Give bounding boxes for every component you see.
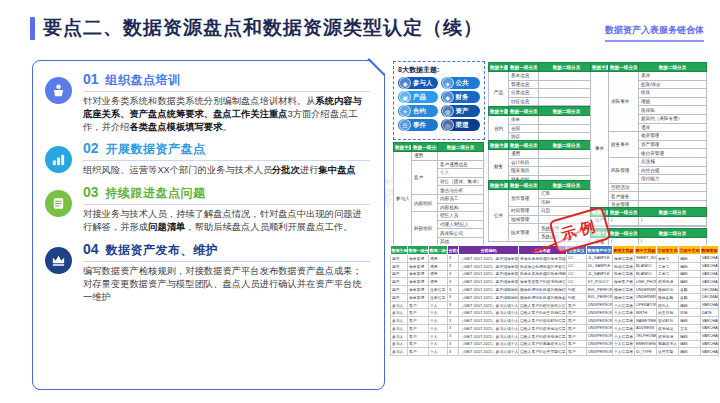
data-themes-box: 8大数据主题: ◉参与人◈公共▣产品◆财务✦合约◍资产☰事件◎渠道 (393, 61, 485, 140)
classification-table-asset: 数据主题域数据一级分类数据二级分类资产// (590, 207, 706, 226)
key-point-heading: 04数据资产发布、维护 (83, 241, 370, 262)
mini-table-header-cell: 数据二级分类 (438, 143, 484, 152)
mini-table-header-cell: 数据主题域 (489, 63, 509, 72)
classification-table-participant: 数据主题域数据一级分类数据二级分类参与人通用客户客户通用信息个人对公（团体、集体… (393, 142, 483, 247)
table-row: 参与人客户个人3（GB/T 0107-2021）参与人域个人客户基本信息（姓名、… (391, 340, 719, 348)
key-point-item-01: 01组织盘点培训针对业务类系统和数据类系统分别编制盘点培训材料。从系统内容与底座… (45, 71, 370, 133)
classification-table-contract: 数据主题域数据一级分类数据二级分类合约保单合同协议 (488, 106, 594, 142)
table-row: 参与人客户个人3（GB/T 0107-2021）参与人域个人客户基本信息（姓名、… (391, 332, 719, 340)
catalog-header-cell: 数据二级分类 (429, 246, 448, 255)
chart-icon (45, 140, 83, 177)
mini-table-header-cell: 数据二级分类 (539, 181, 595, 190)
catalog-header-cell: 数据一级分类 (408, 246, 429, 255)
table-row: 营销活动 (591, 183, 707, 192)
table-row: 事件保单管理通用3（GB/T 0107-2021）事件域保单管理类，覆盖承保、批… (391, 270, 719, 278)
theme-icon: ▣ (399, 91, 411, 103)
key-point-heading: 03持续跟进盘点问题 (83, 184, 370, 205)
mini-table-header-cell: 数据主题域 (489, 141, 509, 150)
theme-pill-事件: ☰事件 (398, 119, 438, 131)
mini-table-header-cell: 数据一级分类 (609, 63, 639, 72)
page-title: 要点二、数据资源盘点和数据资源类型认定（续） (43, 15, 483, 41)
themes-grid: ◉参与人◈公共▣产品◆财务✦合约◍资产☰事件◎渠道 (398, 77, 480, 131)
mini-table-header-cell: 数据二级分类 (539, 63, 595, 72)
catalog-header-cell: 数据类型 (701, 246, 719, 255)
key-point-item-02: 02开展数据资产盘点组织风险、运营等XX个部门的业务与技术人员分批次进行集中盘点 (45, 140, 370, 177)
table-row: 财务事件收费管理 (591, 132, 707, 141)
brand-label: 数据资产入表服务链合体 (605, 24, 704, 42)
key-point-heading: 01组织盘点培训 (83, 71, 370, 92)
table-row: 参与人客户个人3（GB/T 0107-2021）参与人域个人客户基本信息（姓名、… (391, 309, 719, 317)
mini-table-header-cell: 数据一级分类 (509, 107, 539, 116)
mini-table-header-cell: 数据二级分类 (639, 208, 707, 217)
theme-icon: ◉ (399, 77, 411, 89)
mini-table-header-cell: 数据主题域 (591, 63, 609, 72)
theme-pill-参与人: ◉参与人 (398, 77, 438, 89)
catalog-header-cell: 表英文简称 (613, 246, 635, 255)
mini-table-header-cell: 数据二级分类 (539, 107, 595, 116)
theme-pill-公共: ◈公共 (441, 77, 481, 89)
theme-pill-产品: ▣产品 (398, 91, 438, 103)
key-point-body: 针对业务类系统和数据类系统分别编制盘点培训材料。从系统内容与底座关系、资产盘点统… (83, 95, 370, 133)
podium-icon (45, 71, 83, 133)
table-row: 合约保单 (489, 116, 595, 125)
mini-table-header-cell: 数据一级分类 (509, 63, 539, 72)
mini-table-header-cell: 数据一级分类 (509, 141, 539, 150)
key-point-body: 对接业务与技术人员，持续了解盘点情况，针对盘点中出现的问题进行解答，并形成问题清… (83, 208, 370, 234)
key-point-item-03: 03持续跟进盘点问题对接业务与技术人员，持续了解盘点情况，针对盘点中出现的问题进… (45, 184, 370, 234)
table-row: 参与人通用 (394, 152, 484, 161)
table-row: 参与人客户个人3（GB/T 0107-2021）参与人域个人客户基本信息（姓名、… (391, 325, 719, 333)
table-row: 事件保单管理通用3（GB/T 0107-2021）事件域保单管理类，覆盖承保、批… (391, 278, 719, 286)
catalog-header-cell: 分类层级 (448, 246, 459, 255)
theme-icon: ◈ (442, 77, 454, 89)
page-header: 要点二、数据资源盘点和数据资源类型认定（续） (30, 15, 483, 41)
theme-icon: ☰ (399, 119, 411, 131)
key-point-heading: 02开展数据资产盘点 (83, 140, 370, 161)
key-point-body: 组织风险、运营等XX个部门的业务与技术人员分批次进行集中盘点 (83, 164, 370, 177)
table-row: 参与人客户个人3（GB/T 0107-2021）参与人域个人客户基本信息（姓名、… (391, 317, 719, 325)
table-row: 公共货币管理汇率 (489, 190, 595, 199)
mini-table-header-cell: 数据主题域 (489, 181, 509, 190)
table-row: 事件保单管理通用3（GB/T 0107-2021）事件域保单管理类，覆盖承保、批… (391, 255, 719, 263)
mini-table-header-cell: 数据二级分类 (639, 229, 707, 238)
classification-table-event: 数据主题域数据一级分类数据二级分类事件保险事件承保批改/保全续保理赔再保险新契约… (590, 62, 706, 227)
theme-icon: ◎ (442, 119, 454, 131)
catalog-header-cell: 分类编码 (459, 246, 519, 255)
mini-table-header-cell: 数据一级分类 (509, 181, 539, 190)
themes-title: 8大数据主题: (398, 65, 480, 75)
table-row: 参与人客户个人3（GB/T 0107-2021）参与人域个人客户基本信息（姓名、… (391, 348, 719, 356)
mini-table-header-cell: 数据主题域 (489, 107, 509, 116)
key-point-item-04: 04数据资产发布、维护编写数据资产检核规则，对接数据资产平台发布数据资产盘点成果… (45, 241, 370, 303)
theme-pill-财务: ◆财务 (441, 91, 481, 103)
table-row: 参与人客户个人3（GB/T 0107-2021）参与人域个人客户基本信息（姓名、… (391, 301, 719, 309)
mini-table-header-cell: 数据一级分类 (609, 229, 639, 238)
table-row: 客户服务 (591, 192, 707, 201)
theme-pill-资产: ◍资产 (441, 105, 481, 117)
mini-table-header-cell: 数据二级分类 (639, 63, 707, 72)
table-row: 产品基本信息 (489, 72, 595, 81)
title-accent-bar (30, 17, 35, 40)
key-point-body: 编写数据资产检核规则，对接数据资产平台发布数据资产盘点成果；对存量变更数据资产与… (83, 265, 370, 303)
mini-table-header-cell: 数据二级分类 (539, 141, 595, 150)
key-points-panel: 01组织盘点培训针对业务类系统和数据类系统分别编制盘点培训材料。从系统内容与底座… (32, 60, 385, 390)
table-row: 事件保单管理业务信息3（GB/T 0107-2021）事件域核保处理类，记录核保… (391, 286, 719, 294)
theme-pill-渠道: ◎渠道 (441, 119, 481, 131)
table-row: 风险管理反洗钱 (591, 157, 707, 166)
theme-icon: ✦ (399, 105, 411, 117)
table-row: 事件保险事件承保 (591, 72, 707, 81)
clipboard-icon (45, 184, 83, 234)
catalog-header-cell: 字段中文名称 (679, 246, 701, 255)
catalog-header-cell: 字段英文名称 (657, 246, 679, 255)
table-row: 事件保单管理业务信息3（GB/T 0107-2021）事件域核保处理类，记录核保… (391, 293, 719, 301)
key-points-list: 01组织盘点培训针对业务类系统和数据类系统分别编制盘点培训材料。从系统内容与底座… (45, 71, 370, 303)
catalog-header-cell: 表中文简称 (635, 246, 657, 255)
theme-icon: ◍ (442, 105, 454, 117)
award-icon (45, 241, 83, 303)
theme-pill-合约: ✦合约 (398, 105, 438, 117)
mini-table-header-cell: 数据主题域 (394, 143, 412, 152)
asset-catalog-table: 数据主题域数据一级分类数据二级分类分类层级分类编码分类名称业务定义数据资产中文名… (390, 245, 718, 356)
table-row: 资产// (591, 217, 707, 226)
theme-icon: ◆ (442, 91, 454, 103)
catalog-header-cell: 数据资产中文名 (587, 246, 613, 255)
classification-table-finance: 数据主题域数据一级分类数据二级分类财务通用会计科目报表项目财务指标 (488, 140, 594, 184)
mini-table-header-cell: 数据一级分类 (412, 143, 438, 152)
